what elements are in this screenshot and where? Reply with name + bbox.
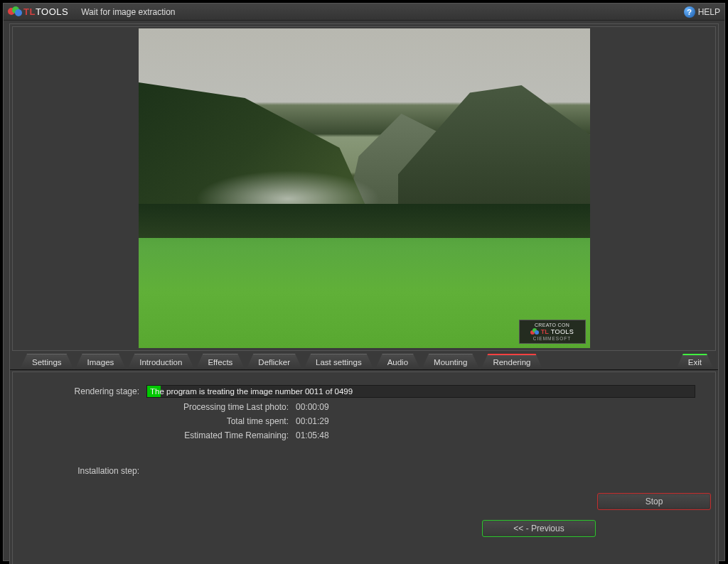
app-logo: TLTOOLS bbox=[8, 6, 68, 18]
tab-images[interactable]: Images bbox=[75, 354, 127, 369]
tab-last-settings[interactable]: Last settings bbox=[304, 354, 374, 369]
preview-image: CREATO CON TLTOOLS CIEMMESOFT bbox=[139, 28, 590, 348]
total-time-label: Total time spent: bbox=[33, 416, 296, 426]
rendering-panel: Rendering stage: The program is treating… bbox=[12, 372, 716, 564]
install-step-label: Installation step: bbox=[33, 466, 146, 476]
stop-button[interactable]: Stop bbox=[597, 493, 711, 510]
window-title: Wait for image extraction bbox=[81, 7, 175, 17]
rendering-stage-value: The program is treating the image number… bbox=[147, 387, 353, 396]
eta-value: 01:05:48 bbox=[296, 430, 329, 440]
tab-deflicker[interactable]: Deflicker bbox=[246, 354, 302, 369]
tab-exit[interactable]: Exit bbox=[676, 354, 714, 369]
help-button[interactable]: ? HELP bbox=[684, 6, 720, 18]
total-time-value: 00:01:29 bbox=[296, 416, 329, 426]
stop-button-label: Stop bbox=[646, 497, 663, 506]
previous-button-label: << - Previous bbox=[513, 524, 564, 533]
eta-label: Estimated Time Remaining: bbox=[33, 430, 296, 440]
logo-icon bbox=[8, 6, 22, 18]
inner-frame: CREATO CON TLTOOLS CIEMMESOFT Settings I… bbox=[9, 23, 719, 564]
rendering-stage-label: Rendering stage: bbox=[33, 386, 146, 396]
rendering-progress: The program is treating the image number… bbox=[146, 385, 695, 398]
tab-mounting[interactable]: Mounting bbox=[422, 354, 479, 369]
previous-button[interactable]: << - Previous bbox=[482, 520, 596, 537]
tab-effects[interactable]: Effects bbox=[196, 354, 245, 369]
processing-time-value: 00:00:09 bbox=[296, 402, 329, 412]
tabs-row: Settings Images Introduction Effects Def… bbox=[10, 353, 718, 370]
window-frame: TLTOOLS Wait for image extraction ? HELP bbox=[3, 3, 725, 561]
tab-audio[interactable]: Audio bbox=[375, 354, 420, 369]
brand-text: TLTOOLS bbox=[23, 6, 68, 17]
help-icon: ? bbox=[684, 6, 695, 18]
preview-pane: CREATO CON TLTOOLS CIEMMESOFT bbox=[12, 26, 716, 351]
tab-rendering[interactable]: Rendering bbox=[481, 354, 542, 369]
processing-time-label: Processing time Last photo: bbox=[33, 402, 296, 412]
watermark-badge: CREATO CON TLTOOLS CIEMMESOFT bbox=[519, 320, 586, 344]
tab-introduction[interactable]: Introduction bbox=[127, 354, 194, 369]
help-label: HELP bbox=[698, 7, 720, 17]
titlebar: TLTOOLS Wait for image extraction ? HELP bbox=[4, 4, 724, 21]
tab-settings[interactable]: Settings bbox=[20, 354, 74, 369]
